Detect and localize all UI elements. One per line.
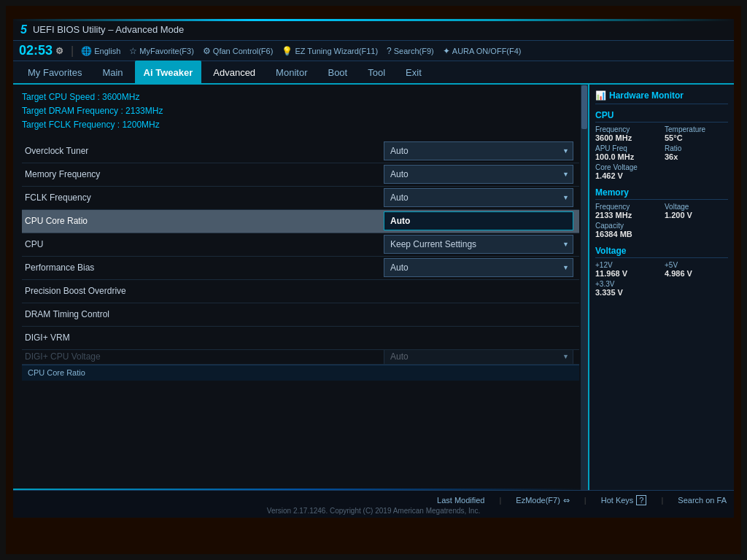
hw-cpu-frequency-label: Frequency [595,125,659,133]
hw-cpu-core-voltage-value: 1.462 V [595,171,728,180]
settings-table: Overclock Tuner Auto Memory Frequency [22,140,579,365]
gear-icon[interactable]: ⚙ [55,46,63,56]
hw-12v: +12V 11.968 V [595,261,659,278]
main-panel: Target CPU Speed : 3600MHz Target DRAM F… [13,85,588,490]
hw-33v-value: 3.335 V [595,288,728,297]
tab-ai-tweaker[interactable]: Ai Tweaker [135,61,202,84]
label-perf-bias: Performance Bias [22,262,384,273]
select-wrapper-digi-cpu: Auto [384,350,573,365]
toolbar-myfavorite[interactable]: ☆ MyFavorite(F3) [129,46,194,56]
qfan-icon: ⚙ [203,46,211,56]
tab-main[interactable]: Main [93,61,131,84]
setting-row-dram-timing[interactable]: DRAM Timing Control [22,303,579,327]
hw-grid-voltage: +12V 11.968 V +5V 4.986 V +3.3V 3.335 V [595,261,728,297]
toolbar-qfan[interactable]: ⚙ Qfan Control(F6) [203,46,274,56]
hw-cpu-temperature-value: 55°C [665,133,728,142]
favorite-label: MyFavorite(F3) [139,47,194,55]
hw-5v: +5V 4.986 V [665,261,728,278]
bios-title: UEFI BIOS Utility – Advanced Mode [33,24,184,35]
toolbar-eztuning[interactable]: 💡 EZ Tuning Wizard(F11) [282,46,378,56]
toolbar-language[interactable]: 🌐 English [81,46,120,56]
asus-logo: 5 [20,23,27,36]
hw-cpu-ratio-value: 36x [665,152,728,161]
status-hotkeys[interactable]: Hot Keys ? [601,495,647,505]
qfan-label: Qfan Control(F6) [213,47,274,55]
hw-5v-label: +5V [665,261,728,269]
tab-advanced[interactable]: Advanced [204,61,264,84]
setting-row-cpu: CPU Keep Current Settings [22,233,579,257]
hw-section-memory: Memory Frequency 2133 MHz Voltage 1.200 … [595,187,728,238]
status-copyright: Version 2.17.1246. Copyright (C) 2019 Am… [13,507,734,515]
control-cpu: Keep Current Settings [384,235,573,254]
hw-cpu-apu-freq-label: APU Freq [595,144,659,152]
hw-cpu-temperature-label: Temperature [665,125,728,133]
control-perf-bias: Auto [384,258,573,277]
setting-row-digi-vrm[interactable]: DIGI+ VRM [22,327,579,350]
toolbar-search[interactable]: ? Search(F9) [387,46,434,56]
status-divider-1: | [499,496,501,505]
toolbar-items: 🌐 English ☆ MyFavorite(F3) ⚙ Qfan Contro… [81,46,521,56]
eztuning-label: EZ Tuning Wizard(F11) [295,47,378,55]
toolbar-aura[interactable]: ✦ AURA ON/OFF(F4) [443,46,522,56]
hw-12v-label: +12V [595,261,659,269]
tab-exit[interactable]: Exit [397,61,430,84]
hw-section-title-memory: Memory [595,187,728,200]
setting-row-perf-bias: Performance Bias Auto [22,257,579,280]
brand-bar: 5 UEFI BIOS Utility – Advanced Mode [13,19,734,41]
label-memory-freq: Memory Frequency [22,169,384,179]
setting-row-cpu-core-ratio[interactable]: CPU Core Ratio Auto [22,210,579,233]
hotkeys-icon: ? [636,495,646,505]
setting-row-fclk-freq: FCLK Frequency Auto [22,187,579,210]
cyber-accent [13,19,734,21]
hw-mem-voltage-label: Voltage [665,203,728,211]
tab-monitor[interactable]: Monitor [267,61,316,84]
setting-row-memory-freq: Memory Frequency Auto [22,163,579,187]
status-divider-2: | [584,496,587,505]
hw-cpu-frequency: Frequency 3600 MHz [595,125,659,142]
hw-cpu-temperature: Temperature 55°C [665,125,728,142]
target-dram-freq: Target DRAM Frequency : 2133MHz [22,104,579,118]
label-digi-cpu-voltage: DIGI+ CPU Voltage [22,351,384,362]
footer-description: CPU Core Ratio [22,365,579,381]
hw-cpu-core-voltage: Core Voltage 1.462 V [595,163,728,180]
select-cpu[interactable]: Keep Current Settings [384,235,573,254]
tab-tool[interactable]: Tool [359,61,394,84]
hw-grid-memory: Frequency 2133 MHz Voltage 1.200 V Capac… [595,203,728,238]
scroll-bar[interactable] [581,85,588,490]
search-fa-label: Search on FA [678,496,727,505]
hw-mem-capacity: Capacity 16384 MB [595,222,728,238]
setting-row-digi-cpu-voltage: DIGI+ CPU Voltage Auto [22,350,579,365]
hw-mem-voltage: Voltage 1.200 V [665,203,728,219]
status-last-modified[interactable]: Last Modified [437,496,484,505]
aura-label: AURA ON/OFF(F4) [452,47,522,55]
select-wrapper-perf-bias: Auto [384,258,573,277]
setting-row-precision-boost[interactable]: Precision Boost Overdrive [22,280,579,303]
language-icon: 🌐 [81,46,92,56]
select-perf-bias[interactable]: Auto [384,258,573,277]
control-digi-cpu-voltage: Auto [384,350,573,365]
select-overclock-tuner[interactable]: Auto [384,141,573,160]
hw-mem-frequency-value: 2133 MHz [595,211,659,219]
label-dram-timing: DRAM Timing Control [22,309,579,319]
label-digi-vrm: DIGI+ VRM [22,332,579,343]
time-display: 02:53 ⚙ [19,43,63,58]
hw-33v: +3.3V 3.335 V [595,280,728,297]
target-fclk-freq: Target FCLK Frequency : 1200MHz [22,118,579,132]
monitor-frame: 5 UEFI BIOS Utility – Advanced Mode 02:5… [0,0,747,560]
select-memory-freq[interactable]: Auto [384,165,573,184]
hw-12v-value: 11.968 V [595,269,659,278]
label-precision-boost: Precision Boost Overdrive [22,286,579,296]
hw-mem-capacity-label: Capacity [595,222,728,230]
status-ezmode[interactable]: EzMode(F7) ⇔ [516,496,570,505]
tab-my-favorites[interactable]: My Favorites [19,61,90,84]
status-search-fa[interactable]: Search on FA [678,496,727,505]
bios-screen: 5 UEFI BIOS Utility – Advanced Mode 02:5… [13,19,734,518]
hw-mem-frequency-label: Frequency [595,203,659,211]
hw-mem-frequency: Frequency 2133 MHz [595,203,659,219]
hw-mem-capacity-value: 16384 MB [595,230,728,238]
select-fclk-freq[interactable]: Auto [384,188,573,207]
clock-time: 02:53 [19,43,53,58]
tab-boot[interactable]: Boot [319,61,356,84]
setting-row-overclock-tuner: Overclock Tuner Auto [22,140,579,163]
select-digi-cpu[interactable]: Auto [384,350,573,365]
